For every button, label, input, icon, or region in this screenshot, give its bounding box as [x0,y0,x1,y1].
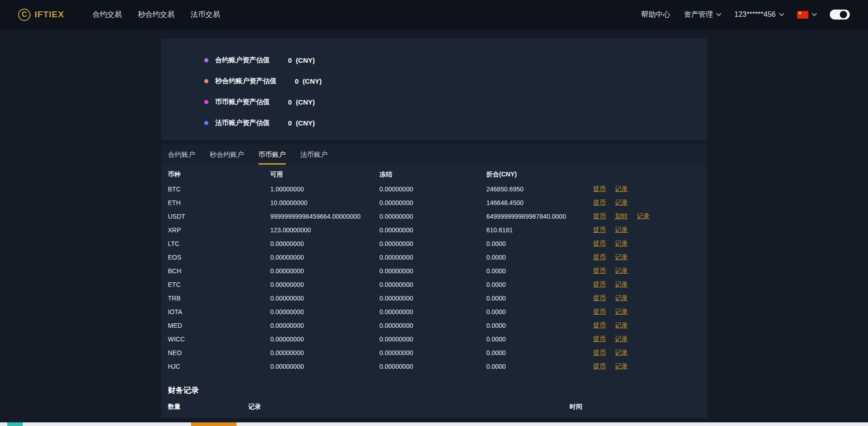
coin-name: USDT [168,213,270,220]
account-label: 123******456 [734,10,776,19]
account-dot-icon [204,79,208,83]
balances-table-body: BTC1.000000000.00000000246850.6950提币记录ET… [168,182,700,373]
row-actions: 提币记录 [593,199,628,207]
transfer-link[interactable]: 划转 [615,212,628,221]
frozen-amount: 0.00000000 [379,308,486,316]
account-menu[interactable]: 123******456 [734,10,783,19]
chevron-down-icon [779,11,784,16]
summary-row: 法币账户资产估值0(CNY) [161,112,707,133]
summary-value: 0 [288,56,292,64]
record-link[interactable]: 记录 [615,349,628,357]
row-actions: 提币记录 [593,349,628,357]
frozen-amount: 0.00000000 [379,267,486,275]
available-amount: 0.00000000 [270,295,379,302]
summary-unit: (CNY) [296,119,315,127]
converted-amount: 0.0000 [486,254,593,261]
converted-amount: 649999999989987840.0000 [486,213,593,220]
coin-name: MED [168,322,270,329]
record-link[interactable]: 记录 [615,240,628,248]
record-link[interactable]: 记录 [615,294,628,302]
record-link[interactable]: 记录 [615,267,628,275]
available-amount: 0.00000000 [270,322,379,329]
converted-amount: 246850.6950 [486,185,593,193]
asset-management-menu[interactable]: 资产管理 [684,10,721,20]
table-row: LTC0.000000000.000000000.0000提币记录 [168,237,700,251]
chevron-down-icon [812,11,817,16]
bottom-strip-orange-segment [191,422,237,426]
language-selector[interactable] [797,11,816,19]
converted-amount: 0.0000 [486,240,593,247]
record-link[interactable]: 记录 [615,308,628,316]
withdraw-link[interactable]: 提币 [593,199,606,207]
table-row: HJC0.000000000.000000000.0000提币记录 [168,360,700,373]
withdraw-link[interactable]: 提币 [593,321,606,330]
converted-amount: 0.0000 [486,322,593,329]
coin-name: HJC [168,363,270,370]
account-dot-icon [204,58,208,62]
record-link[interactable]: 记录 [615,335,628,343]
withdraw-link[interactable]: 提币 [593,349,606,357]
withdraw-link[interactable]: 提币 [593,294,606,302]
available-amount: 0.00000000 [270,267,379,275]
tab-second-contract-account[interactable]: 秒合约账户 [210,145,244,165]
column-header: 可用 [270,170,379,179]
converted-amount: 0.0000 [486,349,593,356]
balances-table: 币种可用冻结折合(CNY) BTC1.000000000.00000000246… [161,167,707,373]
withdraw-link[interactable]: 提币 [593,253,606,261]
summary-row: 币币账户资产估值0(CNY) [161,91,707,112]
summary-value: 0 [288,119,292,127]
record-link[interactable]: 记录 [615,226,628,234]
available-amount: 0.00000000 [270,336,379,343]
summary-label: 法币账户资产估值 [215,119,270,127]
tab-contract-account[interactable]: 合约账户 [168,145,195,165]
navbar-right: 帮助中心 资产管理 123******456 [641,10,850,20]
withdraw-link[interactable]: 提币 [593,362,606,371]
record-link[interactable]: 记录 [615,185,628,193]
coin-name: WICC [168,336,270,343]
row-actions: 提币记录 [593,226,628,234]
record-link[interactable]: 记录 [615,253,628,261]
balances-table-header: 币种可用冻结折合(CNY) [168,167,700,182]
converted-amount: 0.0000 [486,336,593,343]
help-center-link[interactable]: 帮助中心 [641,10,670,20]
brand-logo[interactable]: C IFTIEX [18,9,64,21]
converted-amount: 0.0000 [486,267,593,275]
table-row: MED0.000000000.000000000.0000提币记录 [168,319,700,332]
record-link[interactable]: 记录 [615,321,628,330]
withdraw-link[interactable]: 提币 [593,212,606,221]
frozen-amount: 0.00000000 [379,240,486,247]
frozen-amount: 0.00000000 [379,336,486,343]
table-row: IOTA0.000000000.000000000.0000提币记录 [168,305,700,319]
summary-unit: (CNY) [296,56,315,64]
record-link[interactable]: 记录 [615,362,628,371]
coin-name: LTC [168,240,270,247]
nav-contract-trading[interactable]: 合约交易 [92,10,121,20]
theme-toggle[interactable] [830,10,850,20]
tab-fiat-account[interactable]: 法币账户 [300,145,328,165]
tab-coin-account[interactable]: 币币账户 [258,145,286,165]
coin-name: IOTA [168,308,270,316]
summary-label: 合约账户资产估值 [215,56,270,65]
withdraw-link[interactable]: 提币 [593,281,606,289]
table-row: TRB0.000000000.000000000.0000提币记录 [168,291,700,305]
main-content: 合约账户资产估值0(CNY)秒合约账户资产估值0(CNY)币币账户资产估值0(C… [161,39,707,418]
asset-management-label: 资产管理 [684,10,713,20]
withdraw-link[interactable]: 提币 [593,267,606,275]
withdraw-link[interactable]: 提币 [593,240,606,248]
row-actions: 提币记录 [593,335,628,343]
withdraw-link[interactable]: 提币 [593,335,606,343]
column-header: 冻结 [379,170,486,179]
nav-fiat-trading[interactable]: 法币交易 [191,10,220,20]
record-link[interactable]: 记录 [637,212,650,221]
row-actions: 提币记录 [593,281,628,289]
withdraw-link[interactable]: 提币 [593,185,606,193]
record-link[interactable]: 记录 [615,281,628,289]
summary-label: 币币账户资产估值 [215,98,270,106]
withdraw-link[interactable]: 提币 [593,226,606,234]
nav-second-contract-trading[interactable]: 秒合约交易 [138,10,174,20]
record-link[interactable]: 记录 [615,199,628,207]
withdraw-link[interactable]: 提币 [593,308,606,316]
frozen-amount: 0.00000000 [379,349,486,356]
column-header: 折合(CNY) [486,170,593,179]
main-menu: 合约交易秒合约交易法币交易 [92,10,220,20]
